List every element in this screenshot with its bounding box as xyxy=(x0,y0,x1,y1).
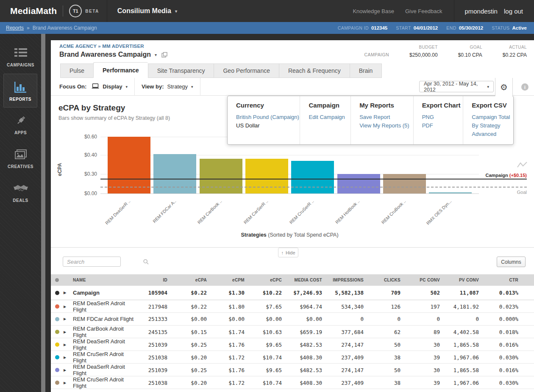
tab-reach-frequency[interactable]: Reach & Frequency xyxy=(279,63,350,78)
tab-site-transparency[interactable]: Site Transparency xyxy=(148,63,214,78)
expand-row-icon[interactable]: ▶ xyxy=(64,317,73,321)
sidebar-item-apps[interactable]: APPS xyxy=(0,108,41,141)
column-header-ecpa[interactable]: eCPA xyxy=(167,278,207,282)
line-chart-toggle-icon[interactable] xyxy=(517,161,527,171)
bar-rem-cruserr[interactable] xyxy=(291,161,334,194)
hide-chart-button[interactable]: ↑ Hide xyxy=(278,248,298,257)
row-name[interactable]: REM DeaSerR Adroit Flight xyxy=(73,364,136,376)
column-header-id[interactable]: ID xyxy=(136,278,167,282)
expand-row-icon[interactable]: ▶ xyxy=(64,291,73,295)
agency-breadcrumb[interactable]: ACME AGENCY » MM ADVERTISER xyxy=(59,44,144,49)
give-feedback-link[interactable]: Give Feedback xyxy=(405,8,442,14)
expand-row-icon[interactable]: ▶ xyxy=(64,356,73,359)
bar-rem-fdcar-a[interactable] xyxy=(153,154,196,193)
row-cell: 0.016% xyxy=(479,342,518,348)
bar-rem-hotbook[interactable] xyxy=(337,174,380,193)
view-by-value[interactable]: Strategy xyxy=(167,83,188,90)
sidebar-item-reports[interactable]: REPORTS xyxy=(3,74,37,108)
row-name[interactable]: Campaign xyxy=(73,290,136,296)
org-switcher[interactable]: Consilium Media ▾ xyxy=(107,0,187,22)
row-cell: $482.53 xyxy=(282,367,322,373)
bar-rem-deaserr[interactable] xyxy=(108,137,150,193)
logout-link[interactable]: log out xyxy=(504,8,523,15)
columns-button[interactable]: Columns xyxy=(497,257,526,267)
column-header-ecpm[interactable]: eCPM xyxy=(207,278,245,282)
tab-brain[interactable]: Brain xyxy=(350,63,382,78)
chevron-down-icon[interactable]: ▾ xyxy=(155,52,157,57)
expand-row-icon[interactable]: ▶ xyxy=(64,381,73,385)
row-name[interactable]: REM CruSerR Adroit Flight xyxy=(73,376,136,389)
reports-breadcrumb-link[interactable]: Reports xyxy=(6,25,24,31)
expand-row-icon[interactable]: ▶ xyxy=(64,343,73,347)
menu-item-save-report[interactable]: Save Report xyxy=(359,113,413,121)
date-range-picker[interactable]: Apr 30, 2012 - May 14, 2012 ▾ xyxy=(419,81,494,92)
row-name[interactable]: REM FDCar Adroit Flight xyxy=(73,316,136,322)
search-icon xyxy=(143,259,149,265)
menu-item-edit-campaign[interactable]: Edit Campaign xyxy=(309,113,350,121)
row-cell: 217948 xyxy=(136,304,167,310)
sidebar-item-label: APPS xyxy=(0,130,41,135)
campaign-label: CAMPAIGN xyxy=(364,52,389,57)
sidebar-item-deals[interactable]: DEALS xyxy=(0,175,41,209)
view-by-label: View by: xyxy=(142,83,164,90)
menu-item-us-dollar[interactable]: US Dollar xyxy=(236,121,300,130)
info-icon[interactable]: i xyxy=(521,83,528,91)
knowledge-base-link[interactable]: Knowledge Base xyxy=(353,8,394,14)
tab-performance[interactable]: Performance xyxy=(93,62,148,78)
gear-icon: ⚙ xyxy=(500,82,508,92)
expand-row-icon[interactable]: ▶ xyxy=(64,368,73,372)
menu-item-advanced[interactable]: Advanced xyxy=(472,130,513,138)
row-cell: $1.74 xyxy=(207,329,245,335)
menu-item-view-my-reports-5[interactable]: View My Reports (5) xyxy=(359,121,413,130)
sidebar-item-label: REPORTS xyxy=(4,97,37,102)
row-cell: $9.65 xyxy=(245,367,282,373)
expand-row-icon[interactable]: ▶ xyxy=(64,330,73,334)
column-header-ecpc[interactable]: eCPC xyxy=(245,278,282,282)
tab-pulse[interactable]: Pulse xyxy=(60,63,93,78)
focus-on-value[interactable]: Display xyxy=(103,83,122,90)
menu-item-by-strategy[interactable]: By Strategy xyxy=(472,121,513,130)
campaign-stats: CAMPAIGN BUDGET $250,000.00 GOAL $0.10 C… xyxy=(344,45,527,58)
goal-reference-line: Goal xyxy=(100,187,527,188)
open-in-new-window-icon[interactable] xyxy=(161,52,167,58)
row-cell: 534,340 xyxy=(322,304,364,310)
breadcrumb-bar: Reports » Brand Awareness Campaign CAMPA… xyxy=(0,22,534,34)
list-icon xyxy=(0,46,41,60)
column-header-pv-conv[interactable]: PV CONV xyxy=(440,278,479,282)
column-header-impressions[interactable]: IMPRESSIONS xyxy=(322,278,364,282)
expand-row-icon[interactable]: ▶ xyxy=(64,305,73,309)
bar-rem-carserr[interactable] xyxy=(245,159,288,193)
goal-stat: GOAL $0.10 CPA xyxy=(458,45,482,58)
brand-section: MediaMath T1 BETA xyxy=(0,0,107,22)
menu-section-my-reports: My ReportsSave ReportView My Reports (5) xyxy=(351,96,414,144)
column-header-clicks[interactable]: CLICKS xyxy=(364,278,400,282)
column-header-media-cost[interactable]: MEDIA COST xyxy=(282,278,322,282)
row-name[interactable]: REM DeaSerR Adroit Flight xyxy=(73,338,136,351)
column-header-pc-conv[interactable]: PC CONV xyxy=(400,278,440,282)
search-input[interactable] xyxy=(63,259,143,265)
row-cell: $1.30 xyxy=(207,290,245,296)
tab-geo-performance[interactable]: Geo Performance xyxy=(214,63,279,78)
chevron-down-icon[interactable]: ▾ xyxy=(126,85,128,89)
menu-item-png[interactable]: PNG xyxy=(422,113,463,121)
menu-item-pdf[interactable]: PDF xyxy=(422,121,463,130)
topbar-links: Knowledge Base Give Feedback xyxy=(353,0,454,22)
column-header-ctr[interactable]: CTR xyxy=(479,278,518,282)
bar-rem-carbook[interactable] xyxy=(200,159,242,193)
row-name[interactable]: REM CarBook Adroit Flight xyxy=(73,326,136,338)
sidebar-item-creatives[interactable]: CREATIVES xyxy=(0,141,41,175)
sidebar-scrollbar[interactable] xyxy=(41,34,45,392)
org-name: Consilium Media xyxy=(117,7,171,15)
row-name[interactable]: REM CruSerR Adroit Flight xyxy=(73,351,136,364)
row-cell: $9.65 xyxy=(245,342,282,348)
menu-item-british-pound-campaign[interactable]: British Pound (Campaign) xyxy=(236,113,300,121)
sidebar-item-campaigns[interactable]: CAMPAIGNS xyxy=(0,40,41,74)
settings-gear-button[interactable]: ⚙ xyxy=(495,78,513,96)
bar-rmx-oes-dyn[interactable] xyxy=(429,192,472,193)
row-name[interactable]: REM DeaSerR Adroit Flight xyxy=(73,300,136,313)
bar-rem-crubook[interactable] xyxy=(383,174,426,193)
column-header-name[interactable]: NAME xyxy=(73,278,136,282)
menu-item-campaign-total[interactable]: Campaign Total xyxy=(472,113,513,121)
row-cell: 274,147 xyxy=(322,367,364,373)
chevron-down-icon[interactable]: ▾ xyxy=(191,85,193,89)
